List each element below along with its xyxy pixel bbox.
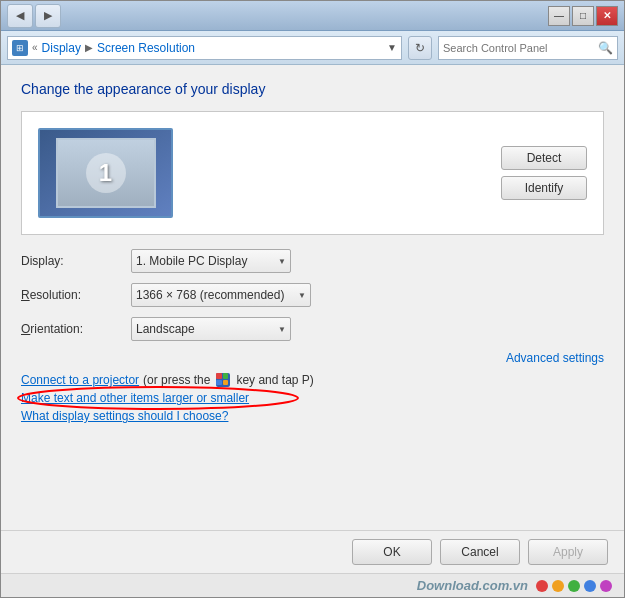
- breadcrumb-arrow: ▶: [85, 42, 93, 53]
- resolution-select-value: 1366 × 768 (recommended): [136, 288, 292, 302]
- display-select-value: 1. Mobile PC Display: [136, 254, 272, 268]
- display-row: Display: 1. Mobile PC Display ▼: [21, 249, 604, 273]
- forward-button[interactable]: ▶: [35, 4, 61, 28]
- connect-projector-link[interactable]: Connect to a projector: [21, 373, 139, 387]
- resolution-label-rest: esolution:: [30, 288, 81, 302]
- window: ◀ ▶ — □ ✕ ⊞ « Display ▶ Screen Resolutio…: [0, 0, 625, 598]
- dot-3: [568, 580, 580, 592]
- dot-4: [584, 580, 596, 592]
- connect-suffix: (or press the: [143, 373, 210, 387]
- make-text-link[interactable]: Make text and other items larger or smal…: [21, 391, 249, 405]
- orientation-label: Orientation:: [21, 322, 131, 336]
- breadcrumb-display[interactable]: Display: [42, 41, 81, 55]
- search-icon[interactable]: 🔍: [598, 41, 613, 55]
- search-area: 🔍: [438, 36, 618, 60]
- dot-2: [552, 580, 564, 592]
- breadcrumb[interactable]: ⊞ « Display ▶ Screen Resolution ▼: [7, 36, 402, 60]
- window-controls: — □ ✕: [548, 6, 618, 26]
- orientation-label-rest: rientation:: [30, 322, 83, 336]
- watermark-text: Download.com.vn: [417, 578, 528, 593]
- breadcrumb-current[interactable]: Screen Resolution: [97, 41, 195, 55]
- cancel-button[interactable]: Cancel: [440, 539, 520, 565]
- back-button[interactable]: ◀: [7, 4, 33, 28]
- monitor-image: 1: [38, 128, 173, 218]
- detect-button[interactable]: Detect: [501, 146, 587, 170]
- maximize-button[interactable]: □: [572, 6, 594, 26]
- breadcrumb-sep-1: «: [32, 42, 38, 53]
- address-bar: ⊞ « Display ▶ Screen Resolution ▼ ↻ 🔍: [1, 31, 624, 65]
- search-input[interactable]: [443, 42, 594, 54]
- refresh-button[interactable]: ↻: [408, 36, 432, 60]
- monitor-preview: 1: [38, 128, 173, 218]
- main-content: Change the appearance of your display 1 …: [1, 65, 624, 530]
- connect-projector-row: Connect to a projector (or press the key…: [21, 373, 604, 387]
- monitor-number: 1: [86, 153, 126, 193]
- display-label: Display:: [21, 254, 131, 268]
- watermark-dots: [536, 580, 612, 592]
- links-section: Connect to a projector (or press the key…: [21, 373, 604, 423]
- control-panel-icon: ⊞: [12, 40, 28, 56]
- orientation-select-arrow: ▼: [278, 325, 286, 334]
- resolution-select-arrow: ▼: [298, 291, 306, 300]
- minimize-button[interactable]: —: [548, 6, 570, 26]
- display-select-arrow: ▼: [278, 257, 286, 266]
- detect-identify-buttons: Detect Identify: [501, 146, 587, 200]
- ok-button[interactable]: OK: [352, 539, 432, 565]
- resolution-row: Resolution: 1366 × 768 (recommended) ▼: [21, 283, 604, 307]
- resolution-select[interactable]: 1366 × 768 (recommended) ▼: [131, 283, 311, 307]
- watermark-bar: Download.com.vn: [1, 573, 624, 597]
- display-preview-area: 1 Detect Identify: [21, 111, 604, 235]
- resolution-underline: R: [21, 288, 30, 302]
- dot-5: [600, 580, 612, 592]
- orientation-select[interactable]: Landscape ▼: [131, 317, 291, 341]
- form-fields: Display: 1. Mobile PC Display ▼ Resoluti…: [21, 249, 604, 341]
- bottom-bar: OK Cancel Apply: [1, 530, 624, 573]
- page-title: Change the appearance of your display: [21, 81, 604, 97]
- make-text-container: Make text and other items larger or smal…: [21, 391, 249, 405]
- windows-key-icon: [216, 373, 230, 387]
- title-nav-area: ◀ ▶: [7, 4, 61, 28]
- breadcrumb-dropdown[interactable]: ▼: [387, 42, 397, 53]
- apply-button[interactable]: Apply: [528, 539, 608, 565]
- orientation-select-value: Landscape: [136, 322, 272, 336]
- identify-button[interactable]: Identify: [501, 176, 587, 200]
- advanced-settings-link[interactable]: Advanced settings: [21, 351, 604, 365]
- close-button[interactable]: ✕: [596, 6, 618, 26]
- resolution-label: Resolution:: [21, 288, 131, 302]
- monitor-screen: 1: [56, 138, 156, 208]
- orientation-row: Orientation: Landscape ▼: [21, 317, 604, 341]
- orientation-underline: O: [21, 322, 30, 336]
- title-bar: ◀ ▶ — □ ✕: [1, 1, 624, 31]
- what-display-link[interactable]: What display settings should I choose?: [21, 409, 604, 423]
- connect-suffix-end: key and tap P): [236, 373, 313, 387]
- dot-1: [536, 580, 548, 592]
- display-select[interactable]: 1. Mobile PC Display ▼: [131, 249, 291, 273]
